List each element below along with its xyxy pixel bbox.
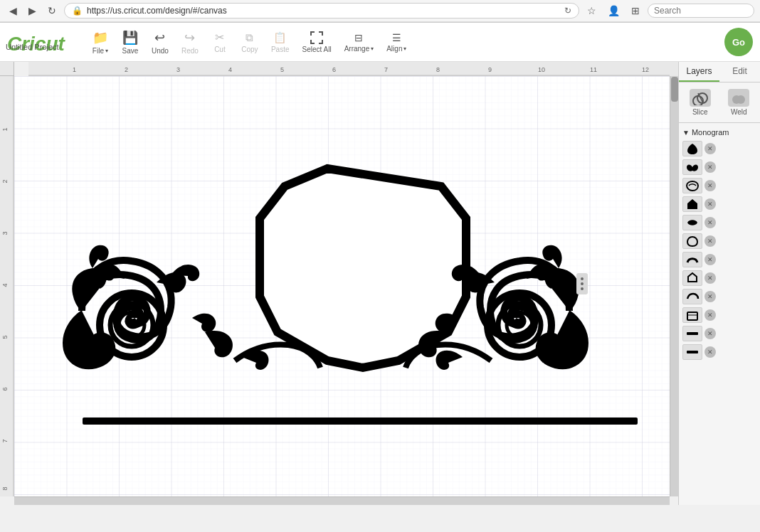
toolbar-group: 📁 File ▾ 💾 Save ↩ Undo ↪ Redo ✂ Cut ⧉ Co… (86, 27, 413, 58)
arrange-icon: ⊟ (354, 32, 363, 43)
layer-group-header[interactable]: ▼ Monogram (679, 123, 760, 138)
svg-rect-36 (687, 312, 697, 320)
layer-thumb (682, 344, 702, 360)
dot2 (581, 282, 584, 285)
layer-remove-button[interactable]: ✕ (704, 272, 716, 284)
ruler-scroll-corner (670, 62, 678, 76)
layer-remove-button[interactable]: ✕ (704, 161, 716, 173)
layer-remove-button[interactable]: ✕ (704, 328, 716, 339)
layer-item[interactable]: ✕ (679, 139, 760, 158)
redo-button[interactable]: ↪ Redo (176, 27, 204, 58)
layers-list: ✕ ✕ ✕ ✕ (679, 138, 760, 505)
weld-button[interactable]: Weld (722, 86, 757, 119)
cut-icon: ✂ (215, 31, 224, 44)
app-toolbar: Cricut Untitled Project 📁 File ▾ 💾 Save … (0, 23, 760, 62)
layer-remove-button[interactable]: ✕ (704, 235, 716, 247)
vertical-ruler: 1 2 3 4 5 6 7 8 (0, 76, 14, 496)
svg-text:1: 1 (1, 127, 9, 131)
layer-remove-button[interactable]: ✕ (704, 198, 716, 210)
layer-item[interactable]: ✕ (679, 306, 760, 324)
extensions-button[interactable]: ⊞ (628, 4, 643, 18)
account-button[interactable]: 👤 (604, 4, 623, 18)
save-button[interactable]: 💾 Save (116, 27, 144, 58)
svg-text:2: 2 (125, 66, 128, 73)
svg-text:4: 4 (1, 283, 9, 287)
svg-text:7: 7 (1, 439, 9, 442)
redo-icon: ↪ (184, 30, 195, 46)
svg-text:11: 11 (590, 66, 597, 73)
svg-text:3: 3 (176, 66, 180, 73)
svg-text:12: 12 (642, 66, 649, 73)
layer-thumb (682, 307, 702, 323)
layer-item[interactable]: ✕ (679, 176, 760, 195)
url-bar[interactable]: 🔒 https://us.cricut.com/design/#/canvas … (64, 3, 579, 18)
layer-item[interactable]: ✕ (679, 195, 760, 213)
canvas-wrapper: 1 2 3 4 5 6 7 8 9 10 11 12 (0, 62, 678, 505)
go-button[interactable]: Go (724, 28, 753, 56)
undo-icon: ↩ (154, 30, 165, 46)
align-chevron: ▾ (403, 46, 406, 52)
svg-text:9: 9 (488, 66, 492, 73)
select-all-icon (310, 31, 323, 44)
layer-thumb (682, 141, 702, 156)
svg-text:10: 10 (538, 66, 545, 73)
select-all-button[interactable]: Select All (296, 28, 337, 56)
layer-item[interactable]: ✕ (679, 250, 760, 269)
edit-tab[interactable]: Edit (719, 62, 760, 82)
weld-label: Weld (731, 108, 747, 116)
cut-button[interactable]: ✂ Cut (206, 28, 234, 56)
ruler-corner (0, 62, 14, 76)
slice-button[interactable]: Slice (682, 86, 718, 119)
panel-tabs: Layers Edit (679, 62, 760, 83)
layer-thumb (682, 252, 702, 267)
refresh-button[interactable]: ↻ (44, 4, 60, 18)
group-name: Monogram (692, 128, 756, 137)
arrange-chevron: ▾ (371, 46, 374, 52)
layer-remove-button[interactable]: ✕ (704, 346, 716, 358)
undo-button[interactable]: ↩ Undo (146, 27, 174, 58)
back-button[interactable]: ◀ (6, 4, 21, 18)
layer-thumb (682, 159, 702, 175)
go-label: Go (732, 37, 745, 48)
collapse-handle[interactable] (576, 273, 588, 294)
ruler-h-svg: 1 2 3 4 5 6 7 8 9 10 11 12 (28, 62, 670, 76)
layer-item[interactable]: ✕ (679, 343, 760, 361)
right-panel: Layers Edit Slice (678, 62, 760, 505)
save-icon: 💾 (122, 30, 138, 46)
align-button[interactable]: ☰ Align ▾ (381, 29, 412, 55)
file-button[interactable]: 📁 File ▾ (86, 27, 115, 58)
layer-remove-button[interactable]: ✕ (704, 180, 716, 191)
layer-item[interactable]: ✕ (679, 158, 760, 176)
forward-button[interactable]: ▶ (25, 4, 40, 18)
layer-item[interactable]: ✕ (679, 269, 760, 287)
canvas[interactable] (14, 76, 670, 496)
vertical-scrollbar[interactable] (670, 76, 678, 496)
paste-button[interactable]: 📋 Paste (265, 28, 295, 56)
layer-item[interactable]: ✕ (679, 324, 760, 343)
layer-item[interactable]: ✕ (679, 232, 760, 250)
horizontal-ruler: 1 2 3 4 5 6 7 8 9 10 11 12 (28, 62, 670, 76)
copy-button[interactable]: ⧉ Copy (236, 28, 264, 56)
svg-text:5: 5 (280, 66, 284, 73)
layer-item[interactable]: ✕ (679, 287, 760, 306)
layer-remove-button[interactable]: ✕ (704, 291, 716, 302)
svg-text:5: 5 (1, 335, 9, 339)
search-input[interactable] (648, 4, 754, 18)
svg-text:6: 6 (1, 387, 9, 390)
layer-remove-button[interactable]: ✕ (704, 309, 716, 321)
lock-icon: 🔒 (72, 6, 83, 16)
main-content: 1 2 3 4 5 6 7 8 9 10 11 12 (0, 62, 760, 505)
scroll-thumb[interactable] (671, 77, 678, 102)
layer-thumb (682, 233, 702, 249)
layer-thumb (682, 178, 702, 193)
layer-remove-button[interactable]: ✕ (704, 143, 716, 154)
bookmark-star-button[interactable]: ☆ (584, 4, 600, 18)
layer-remove-button[interactable]: ✕ (704, 217, 716, 228)
arrange-button[interactable]: ⊟ Arrange ▾ (339, 29, 380, 55)
svg-rect-37 (687, 332, 698, 335)
layer-remove-button[interactable]: ✕ (704, 254, 716, 265)
horizontal-scrollbar[interactable] (14, 496, 670, 505)
layer-item[interactable]: ✕ (679, 213, 760, 232)
align-icon: ☰ (392, 32, 401, 43)
layers-tab[interactable]: Layers (679, 62, 719, 82)
